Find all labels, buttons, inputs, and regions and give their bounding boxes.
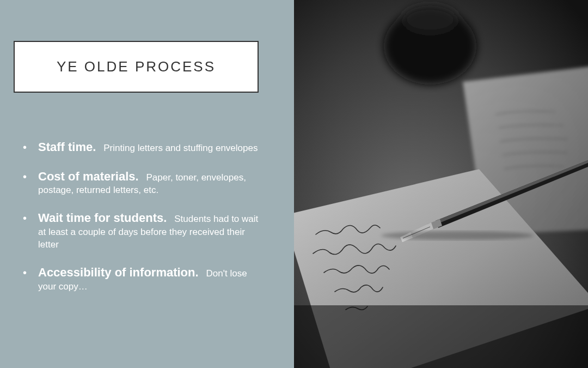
list-item: Accessibility of information. Don't lose… [22,264,261,293]
list-item: Cost of materials. Paper, toner, envelop… [22,168,261,197]
left-content-panel: YE OLDE PROCESS Staff time. Printing let… [0,0,294,368]
letter-pen-image [294,0,588,368]
bullet-heading: Accessibility of information. [38,266,199,279]
svg-point-12 [381,231,534,240]
title-box: YE OLDE PROCESS [14,41,259,93]
bullet-description: Printing letters and stuffing envelopes [99,143,258,153]
svg-point-2 [403,5,457,33]
right-image-panel [294,0,588,368]
bullet-heading: Staff time. [38,140,96,154]
bullet-heading: Cost of materials. [38,170,139,183]
list-item: Wait time for students. Students had to … [22,210,261,251]
list-item: Staff time. Printing letters and stuffin… [22,139,261,155]
svg-rect-13 [294,305,588,368]
slide-title: YE OLDE PROCESS [57,58,216,75]
bullet-heading: Wait time for students. [38,211,167,225]
bullet-list: Staff time. Printing letters and stuffin… [22,139,261,306]
